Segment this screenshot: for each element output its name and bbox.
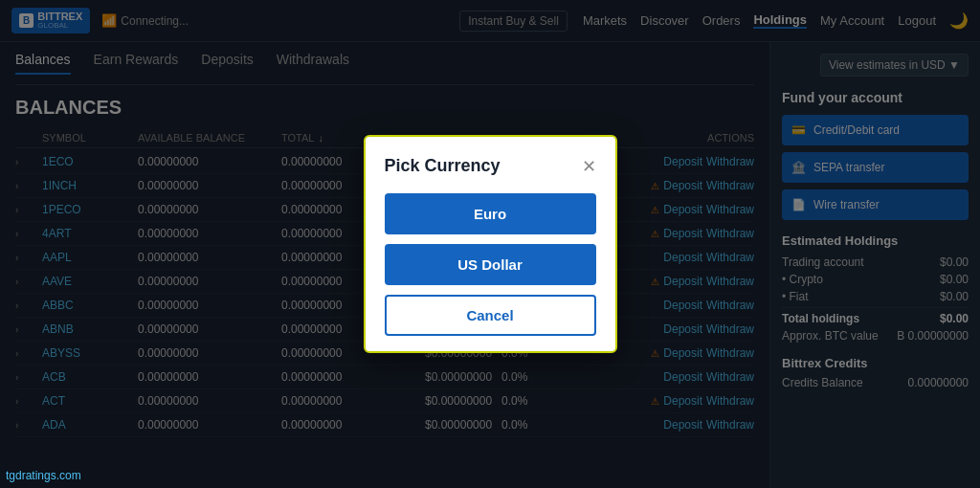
modal-title: Pick Currency <box>385 156 501 176</box>
euro-button[interactable]: Euro <box>385 193 596 234</box>
cancel-button[interactable]: Cancel <box>385 295 596 336</box>
usd-button[interactable]: US Dollar <box>385 244 596 285</box>
watermark: tgdratings.com <box>6 469 81 482</box>
pick-currency-modal: Pick Currency ✕ Euro US Dollar Cancel <box>364 135 617 353</box>
modal-header: Pick Currency ✕ <box>385 156 596 176</box>
modal-close-button[interactable]: ✕ <box>582 158 596 175</box>
modal-overlay: Pick Currency ✕ Euro US Dollar Cancel <box>0 0 980 488</box>
